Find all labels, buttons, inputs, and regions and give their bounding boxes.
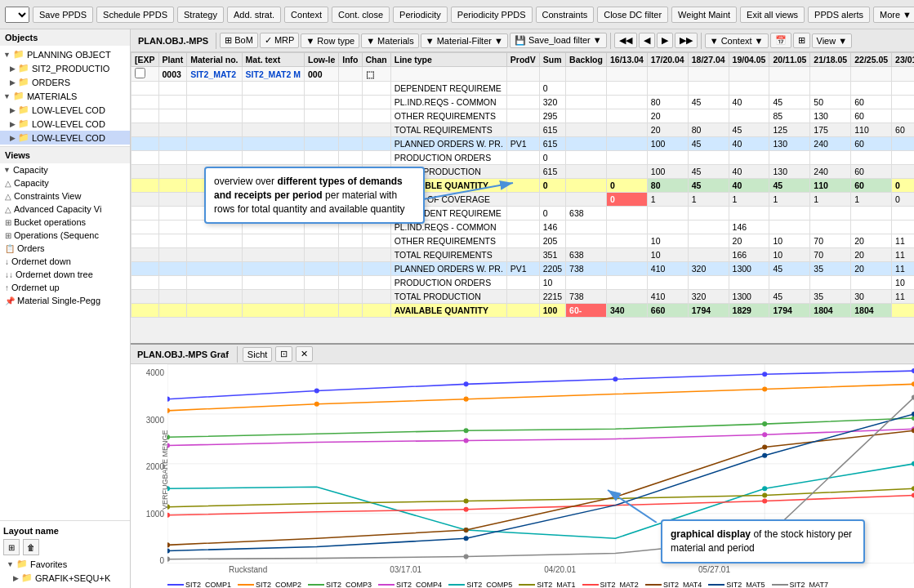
sidebar-item-planning-object[interactable]: ▼ 📁 PLANNING OBJECT: [0, 47, 130, 61]
sidebar-item-orders[interactable]: ▶ 📁 ORDERS: [0, 75, 130, 89]
main-layout: Objects ▼ 📁 PLANNING OBJECT ▶ 📁 SIT2_PRO…: [0, 29, 914, 588]
x-label-0420: 04/20.01: [544, 565, 576, 580]
cell-r5-c0: [132, 137, 159, 151]
ppds-alerts-button[interactable]: PPDS alerts: [808, 7, 870, 23]
bom-button[interactable]: ⊞ BoM: [220, 33, 258, 48]
sidebar-view-item-3[interactable]: ⊞Bucket operations: [0, 216, 130, 229]
more-button[interactable]: More ▼: [873, 7, 914, 23]
cell-11: [606, 67, 647, 82]
save-ppds-button[interactable]: Save PPDS: [33, 7, 93, 23]
nav-prev-btn[interactable]: ◀: [639, 33, 655, 48]
cell-r8-c18: 0: [892, 179, 914, 193]
svg-point-53: [464, 555, 469, 559]
materials-button[interactable]: ▼ Materials: [361, 33, 419, 48]
sidebar-view-item-8[interactable]: ↑Ordernet up: [0, 281, 130, 294]
calendar-btn[interactable]: 📅: [770, 33, 791, 48]
sidebar-grafik[interactable]: ▶ 📁 GRAFIK+SEQU+K: [3, 571, 127, 585]
cell-r9-c10: [566, 193, 607, 207]
cell-r16-c3: [242, 290, 304, 304]
sidebar-view-item-7[interactable]: ↓↓Ordernet down tree: [0, 268, 130, 281]
cell-r4-c6: [362, 123, 390, 137]
cont-close-button[interactable]: Cont. close: [332, 7, 390, 23]
context-button[interactable]: Context: [284, 7, 328, 23]
cell-r12-c8: [506, 234, 539, 248]
sidebar-view-item-5[interactable]: 📋Orders: [0, 242, 130, 255]
row-checkbox[interactable]: [135, 68, 145, 78]
cell-r8-c0: [132, 179, 159, 193]
cell-r7-c8: [506, 165, 539, 179]
nav-next-btn[interactable]: ▶: [657, 33, 673, 48]
svg-point-46: [762, 445, 767, 450]
cell-r2-c17: 60: [851, 96, 892, 109]
table-row: OTHER REQUIREMENTS205102010702011: [132, 234, 915, 248]
sidebar-item-low2[interactable]: ▶ 📁 LOW-LEVEL COD: [0, 117, 130, 131]
view-tb2-button[interactable]: View ▼: [812, 33, 853, 48]
sidebar-item-low3[interactable]: ▶ 📁 LOW-LEVEL COD: [0, 131, 130, 145]
objects-title: Objects: [0, 29, 130, 46]
save-load-filter-button[interactable]: 💾 Save_load filter ▼: [510, 33, 607, 48]
layout-btn1[interactable]: ⊞: [3, 539, 20, 555]
chart-expand-btn[interactable]: ⊡: [275, 346, 292, 362]
y-axis: 4000 3000 2000 1000 0: [131, 364, 167, 565]
mrp-button[interactable]: ✓ MRP: [260, 33, 300, 48]
table-row: PRODUCTION ORDERS1010: [132, 276, 915, 290]
sidebar-item-materials[interactable]: ▼ 📁 MATERIALS: [0, 89, 130, 103]
cell-14: [729, 67, 769, 82]
sidebar-item-sit2-produc[interactable]: ▶ 📁 SIT2_PRODUCTIO: [0, 61, 130, 75]
svg-point-44: [167, 542, 170, 547]
svg-point-49: [464, 536, 469, 541]
material-filter-button[interactable]: ▼ Material-Filter ▼: [421, 33, 508, 48]
chart-close-btn[interactable]: ✕: [296, 346, 313, 362]
row-type-button[interactable]: ▼ Row type: [301, 33, 359, 48]
cell-r5-c2: [187, 137, 242, 151]
add-strat-button[interactable]: Add. strat.: [227, 7, 281, 23]
cell-r16-c13: 320: [688, 290, 729, 304]
schedule-ppds-button[interactable]: Schedule PPDS: [96, 7, 174, 23]
sidebar-view-item-2[interactable]: △Advanced Capacity Vi: [0, 203, 130, 216]
svg-point-34: [762, 486, 767, 491]
cell-r17-c6: [362, 304, 390, 318]
nav-back-btn[interactable]: ◀◀: [614, 33, 637, 48]
cell-r2-c18: [892, 96, 914, 109]
legend-line-6: [582, 584, 599, 586]
context-tb2-button[interactable]: ▼ Context ▼: [705, 33, 769, 48]
cell-r11-c12: [647, 220, 688, 234]
periodicity-button[interactable]: Periodicity: [393, 7, 448, 23]
cell-r16-c9: 2215: [539, 290, 565, 304]
col-line-type: Line type: [390, 53, 506, 67]
sidebar-view-item-0[interactable]: △Capacity: [0, 176, 130, 189]
cell-r16-c10: 738: [566, 290, 607, 304]
sidebar-view-item-9[interactable]: 📌Material Single-Pegg: [0, 294, 130, 307]
cell-r3-c16: 130: [810, 109, 851, 123]
cell-r13-c9: 351: [539, 248, 565, 262]
sidebar-capacity-header[interactable]: ▼ Capacity: [0, 163, 130, 176]
chart-sicht-btn[interactable]: Sicht: [243, 347, 272, 362]
fav-arrow: ▼: [7, 560, 14, 568]
nav-fwd-btn[interactable]: ▶▶: [675, 33, 698, 48]
strategy-button[interactable]: Strategy: [177, 7, 224, 23]
weight-maint-button[interactable]: Weight Maint: [671, 7, 737, 23]
cell-r10-c16: [810, 207, 851, 220]
plan-obj-mps-label: PLAN.OBJ.-MPS: [134, 34, 212, 47]
cell-r5-c8: PV1: [506, 137, 539, 151]
close-dc-filter-button[interactable]: Close DC filter: [597, 7, 668, 23]
grid-btn[interactable]: ⊞: [793, 33, 810, 48]
sidebar-view-item-4[interactable]: ⊞Operations (Sequenc: [0, 229, 130, 242]
layout-btn2[interactable]: 🗑: [23, 539, 39, 555]
cell-r3-c9: 295: [539, 109, 565, 123]
periodicity-ppds-button[interactable]: Periodicity PPDS: [451, 7, 533, 23]
view-item-icon-5: 📋: [5, 244, 15, 253]
sidebar-view-item-1[interactable]: △Constraints View: [0, 189, 130, 203]
cell-r9-c8: [506, 193, 539, 207]
dropdown-select[interactable]: [5, 7, 29, 23]
cell-r1-c17: [851, 82, 892, 96]
table-row: AVAILABLE QUANTITY10060-3406601794182917…: [132, 304, 915, 318]
sidebar-item-low1[interactable]: ▶ 📁 LOW-LEVEL COD: [0, 103, 130, 117]
cell-r3-c12: 20: [647, 109, 688, 123]
constraints-button[interactable]: Constraints: [536, 7, 595, 23]
sidebar-view-item-6[interactable]: ↓Ordernet down: [0, 255, 130, 268]
exit-all-views-button[interactable]: Exit all views: [740, 7, 805, 23]
cell-r14-c6: [362, 262, 390, 276]
sidebar-favorites[interactable]: ▼ 📁 Favorites: [3, 557, 127, 571]
cell-r3-c17: 60: [851, 109, 892, 123]
